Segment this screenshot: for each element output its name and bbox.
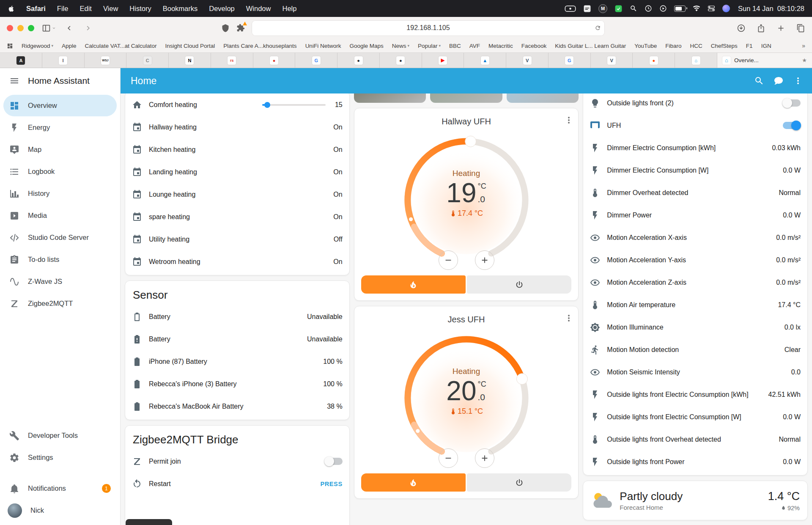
favorites-grid-icon[interactable] (7, 43, 13, 49)
row-motion-seismic-intensity[interactable]: Motion Seismic Intensity0.0 (583, 361, 807, 383)
downloads-button[interactable] (737, 24, 746, 33)
card-menu-button[interactable] (564, 115, 574, 125)
sidebar-item-energy[interactable]: Energy (3, 117, 117, 138)
menu-window[interactable]: Window (246, 5, 271, 13)
row-dimmer-power[interactable]: Dimmer Power0.0 W (583, 204, 807, 226)
sidebar-item-media[interactable]: Media (3, 205, 117, 226)
restart-button[interactable]: PRESS (321, 481, 343, 487)
comfort-heating-slider[interactable] (262, 104, 326, 106)
row-rebecca-s-macbook-air-battery[interactable]: Rebecca's MacBook Air Battery38 % (125, 395, 349, 418)
row-battery[interactable]: BatteryUnavailable (125, 328, 349, 350)
hvac-mode-off-button[interactable] (467, 473, 571, 492)
sidebar-item-history[interactable]: History (3, 183, 117, 204)
extension-button[interactable] (236, 24, 245, 32)
row-motion-acceleration-y-axis[interactable]: Motion Acceleration Y-axis0.0 m/s² (583, 249, 807, 271)
sidebar-item-to-do-lists[interactable]: To-do lists (3, 249, 117, 270)
menu-history[interactable]: History (129, 5, 151, 13)
row-wetroom-heating[interactable]: Wetroom heatingOn (125, 250, 349, 273)
thermostat-dial[interactable]: Heating20°C.015.1 °C (399, 330, 534, 466)
pinned-tab-7[interactable]: ● (253, 53, 296, 68)
focus-status-icon[interactable] (722, 5, 730, 12)
media-status-icon[interactable] (659, 5, 667, 12)
privacy-report-button[interactable] (221, 24, 230, 32)
row-motion-air-temperature[interactable]: Motion Air temperature17.4 °C (583, 294, 807, 316)
pinned-tab-15[interactable]: V (591, 53, 633, 68)
row-kitchen-heating[interactable]: Kitchen heatingOn (125, 138, 349, 161)
row-battery[interactable]: BatteryUnavailable (125, 305, 349, 328)
screen-mirroring-icon[interactable] (565, 5, 576, 12)
pinned-tab-3[interactable]: WSJ (85, 53, 127, 68)
bookmark-popular[interactable]: Popular▾ (418, 43, 441, 49)
row-utility-heating[interactable]: Utility heatingOff (125, 228, 349, 250)
row-dimmer-electric-consumption-w[interactable]: Dimmer Electric Consumption [W]0.0 W (583, 159, 807, 181)
share-button[interactable] (757, 24, 765, 33)
row-motion-motion-detection[interactable]: Motion Motion detectionClear (583, 338, 807, 361)
sidebar-item-zigbee2mqtt[interactable]: Zigbee2MQTT (3, 293, 117, 314)
apple-logo-icon[interactable] (8, 5, 15, 12)
tab-active-overview[interactable]: ⌂ Overvie... ★ (717, 53, 812, 68)
sidebar-user[interactable]: Nick (3, 500, 117, 521)
row-rebecca-s-iphone-3-battery[interactable]: Rebecca's iPhone (3) Battery100 % (125, 373, 349, 395)
row-ufh[interactable]: UFH (583, 114, 807, 137)
bookmark-bbc[interactable]: BBC (449, 43, 461, 49)
row-permit-join[interactable]: Permit join (125, 450, 349, 473)
pinned-tab-8[interactable]: G (295, 53, 337, 68)
forward-button[interactable] (84, 24, 93, 33)
pinned-tab-9[interactable]: ● (337, 53, 380, 68)
sidebar-item-map[interactable]: Map (3, 139, 117, 160)
input-badge-icon[interactable] (583, 5, 591, 13)
bookmark-news[interactable]: News▾ (392, 43, 409, 49)
row-outside-lights-front-overheat-detected[interactable]: Outside lights front Overheat detectedNo… (583, 428, 807, 451)
bookmark-f1[interactable]: F1 (746, 43, 753, 49)
row-motion-acceleration-z-axis[interactable]: Motion Acceleration Z-axis0.0 m/s² (583, 271, 807, 294)
pinned-tab-5[interactable]: N (169, 53, 211, 68)
bookmark-chefsteps[interactable]: ChefSteps (711, 43, 738, 49)
bookmark-calculate-vat-at-calculator[interactable]: Calculate VAT...at Calculator (85, 43, 157, 49)
sidebar-toggle-button[interactable] (42, 24, 56, 33)
pinned-tab-13[interactable]: V (506, 53, 549, 68)
bookmarks-overflow-button[interactable]: » (802, 42, 805, 49)
time-status-icon[interactable] (645, 5, 652, 12)
address-bar[interactable]: 192.168.1.105 (252, 20, 605, 36)
pinned-tab-14[interactable]: G (549, 53, 591, 68)
pinned-tab-16[interactable]: ● (633, 53, 675, 68)
row-comfort-heating[interactable]: Comfort heating15 (125, 93, 349, 116)
pinned-tab-11[interactable]: ▶ (422, 53, 464, 68)
menubar-clock[interactable]: Sun 14 Jan 08:10:28 (738, 5, 804, 13)
sidebar-item-developer-tools[interactable]: Developer Tools (3, 425, 117, 446)
row-iphone-87-battery[interactable]: iPhone (87) Battery100 % (125, 350, 349, 373)
hvac-mode-heat-button[interactable] (361, 473, 466, 492)
minimize-window-button[interactable] (17, 25, 24, 31)
new-tab-button[interactable] (776, 24, 785, 33)
pinned-tab-17[interactable]: ⌂ (675, 53, 717, 68)
spotlight-icon[interactable] (630, 5, 637, 12)
row-dimmer-overheat-detected[interactable]: Dimmer Overheat detectedNormal (583, 181, 807, 204)
row-outside-lights-front-power[interactable]: Outside lights front Power0.0 W (583, 451, 807, 473)
tab-overview-button[interactable] (796, 24, 805, 33)
back-button[interactable] (65, 24, 74, 33)
menu-edit[interactable]: Edit (80, 5, 91, 13)
overflow-menu-button[interactable] (788, 71, 808, 91)
sidebar-item-logbook[interactable]: Logbook (3, 161, 117, 182)
camera-thumbnail-1[interactable] (354, 93, 426, 103)
camera-thumbnail-2[interactable] (430, 93, 502, 103)
pinned-tab-12[interactable]: ▲ (464, 53, 506, 68)
row-hallway-heating[interactable]: Hallway heatingOn (125, 116, 349, 138)
bookmark-plants-care-a-khouseplants[interactable]: Plants Care A...khouseplants (223, 43, 296, 49)
pinned-tab-4[interactable]: C (126, 53, 169, 68)
ufh-toggle[interactable] (783, 122, 801, 129)
bookmark-star-icon[interactable]: ★ (802, 57, 807, 63)
temp-increase-button[interactable] (475, 250, 494, 270)
bookmark-hcc[interactable]: HCC (690, 43, 702, 49)
temp-decrease-button[interactable] (439, 250, 458, 270)
bookmark-avf[interactable]: AVF (469, 43, 480, 49)
menu-app-name[interactable]: Safari (26, 5, 46, 13)
row-motion-acceleration-x-axis[interactable]: Motion Acceleration X-axis0.0 m/s² (583, 226, 807, 249)
sidebar-item-studio-code-server[interactable]: Studio Code Server (3, 227, 117, 248)
row-lounge-heating[interactable]: Lounge heatingOn (125, 183, 349, 206)
card-menu-button[interactable] (564, 313, 574, 323)
wifi-status-icon[interactable] (693, 5, 700, 12)
bookmark-apple[interactable]: Apple (62, 43, 77, 49)
row-outside-lights-front-electric-consumption-kwh[interactable]: Outside lights front Electric Consumptio… (583, 383, 807, 406)
outside-lights-front-2-toggle[interactable] (783, 99, 801, 107)
